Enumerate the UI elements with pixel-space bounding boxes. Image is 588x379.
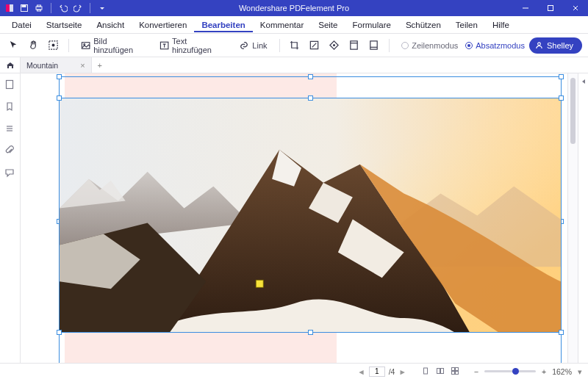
page-number-input[interactable] <box>369 367 385 377</box>
page-navigator: ◄ /4 ► <box>357 367 406 377</box>
resize-handle[interactable] <box>308 95 313 101</box>
view-mode-group <box>421 367 459 377</box>
thumbnails-panel-icon[interactable] <box>4 79 16 91</box>
svg-rect-13 <box>82 42 89 48</box>
svg-rect-23 <box>6 81 12 89</box>
menu-formulare[interactable]: Formulare <box>345 18 398 32</box>
zoom-out-icon[interactable]: − <box>474 367 478 376</box>
svg-rect-36 <box>455 371 458 374</box>
app-title: Wondershare PDFelement Pro <box>239 4 349 12</box>
svg-rect-20 <box>370 41 377 49</box>
document-tab-mountain[interactable]: Mountain × <box>21 57 92 73</box>
resize-handle[interactable] <box>559 330 564 335</box>
menu-ansicht[interactable]: Ansicht <box>89 18 132 32</box>
menu-bearbeiten[interactable]: Bearbeiten <box>194 18 252 32</box>
attachments-panel-icon[interactable] <box>4 145 16 157</box>
right-panel-toggle[interactable] <box>578 73 588 363</box>
two-page-view-icon[interactable] <box>436 367 445 377</box>
add-text-button[interactable]: Text hinzufügen <box>155 37 231 54</box>
menu-kommentar[interactable]: Kommentar <box>253 18 311 32</box>
zoom-percent-label: 162% <box>552 367 572 376</box>
menu-startseite[interactable]: Startseite <box>39 18 90 32</box>
zoom-slider-knob[interactable] <box>512 368 519 375</box>
home-tab[interactable] <box>0 57 21 73</box>
print-icon[interactable] <box>34 3 44 13</box>
svg-rect-8 <box>548 6 553 11</box>
svg-rect-35 <box>451 371 454 374</box>
line-mode-radio[interactable]: Zeilenmodus <box>401 41 458 50</box>
svg-point-14 <box>84 43 85 45</box>
dropdown-icon[interactable] <box>97 3 107 13</box>
menu-schuetzen[interactable]: Schützen <box>398 18 448 32</box>
svg-rect-33 <box>451 367 454 370</box>
single-page-view-icon[interactable] <box>421 367 430 377</box>
zoom-dropdown-icon[interactable]: ▾ <box>578 367 582 376</box>
maximize-button[interactable] <box>538 0 563 16</box>
background-tool-icon[interactable] <box>326 37 342 54</box>
minimize-button[interactable] <box>513 0 538 16</box>
crop-tool-icon[interactable] <box>287 37 302 54</box>
close-button[interactable] <box>563 0 588 16</box>
resize-handle[interactable] <box>57 74 62 79</box>
add-image-label: Bild hinzufügen <box>93 37 146 54</box>
zoom-slider[interactable] <box>484 370 536 372</box>
menu-teilen[interactable]: Teilen <box>448 18 485 32</box>
hand-tool-icon[interactable] <box>26 37 41 54</box>
resize-handle[interactable] <box>57 330 62 335</box>
prev-page-icon[interactable]: ◄ <box>357 367 365 376</box>
page-total-label: /4 <box>389 367 395 376</box>
menubar: Datei Startseite Ansicht Konvertieren Be… <box>0 16 588 34</box>
svg-rect-31 <box>437 368 440 373</box>
svg-point-17 <box>334 45 335 46</box>
svg-point-12 <box>52 44 54 46</box>
undo-icon[interactable] <box>58 3 68 13</box>
document-tabstrip: Mountain × + <box>0 57 588 73</box>
selected-image[interactable] <box>59 98 562 333</box>
vertical-scrollbar[interactable] <box>567 73 578 363</box>
user-account-button[interactable]: Shelley <box>529 37 582 54</box>
svg-rect-3 <box>22 5 26 7</box>
next-page-icon[interactable]: ► <box>398 367 406 376</box>
resize-handle[interactable] <box>308 330 313 335</box>
select-tool-icon[interactable] <box>6 37 21 54</box>
document-canvas[interactable] <box>21 73 567 363</box>
redo-icon[interactable] <box>73 3 83 13</box>
main-workspace <box>0 73 588 363</box>
bates-tool-icon[interactable] <box>366 37 381 54</box>
user-name: Shelley <box>547 41 573 50</box>
svg-rect-4 <box>36 7 42 10</box>
svg-rect-5 <box>37 5 41 7</box>
svg-rect-1 <box>6 4 10 12</box>
tab-close-icon[interactable]: × <box>80 61 85 70</box>
outline-panel-icon[interactable] <box>4 123 16 135</box>
menu-konvertieren[interactable]: Konvertieren <box>132 18 194 32</box>
link-label: Link <box>252 41 267 50</box>
resize-handle[interactable] <box>57 95 62 101</box>
tab-label: Mountain <box>26 61 58 70</box>
edit-toolbar: Bild hinzufügen Text hinzufügen Link Zei… <box>0 34 588 57</box>
save-icon[interactable] <box>19 3 29 13</box>
zoom-in-icon[interactable]: + <box>542 367 546 376</box>
resize-handle[interactable] <box>559 74 564 79</box>
menu-hilfe[interactable]: Hilfe <box>485 18 517 32</box>
comments-panel-icon[interactable] <box>4 167 16 179</box>
resize-handle[interactable] <box>559 95 564 101</box>
menu-seite[interactable]: Seite <box>311 18 345 32</box>
new-tab-button[interactable]: + <box>92 57 108 73</box>
header-footer-tool-icon[interactable] <box>346 37 362 54</box>
link-button[interactable]: Link <box>234 37 271 54</box>
edit-mode-group: Zeilenmodus Absatzmodus <box>401 41 525 50</box>
edit-object-tool-icon[interactable] <box>46 37 61 54</box>
statusbar: ◄ /4 ► − + 162% ▾ <box>0 363 588 379</box>
bookmarks-panel-icon[interactable] <box>4 101 16 113</box>
paragraph-mode-radio[interactable]: Absatzmodus <box>465 41 525 50</box>
watermark-tool-icon[interactable] <box>306 37 322 54</box>
thumbnail-view-icon[interactable] <box>451 367 459 377</box>
scrollbar-thumb[interactable] <box>570 78 576 144</box>
svg-rect-30 <box>423 368 427 374</box>
svg-rect-32 <box>440 368 443 373</box>
menu-datei[interactable]: Datei <box>4 18 39 32</box>
resize-handle[interactable] <box>308 74 313 79</box>
zoom-control: − + 162% ▾ <box>474 367 582 376</box>
add-image-button[interactable]: Bild hinzufügen <box>76 37 151 54</box>
